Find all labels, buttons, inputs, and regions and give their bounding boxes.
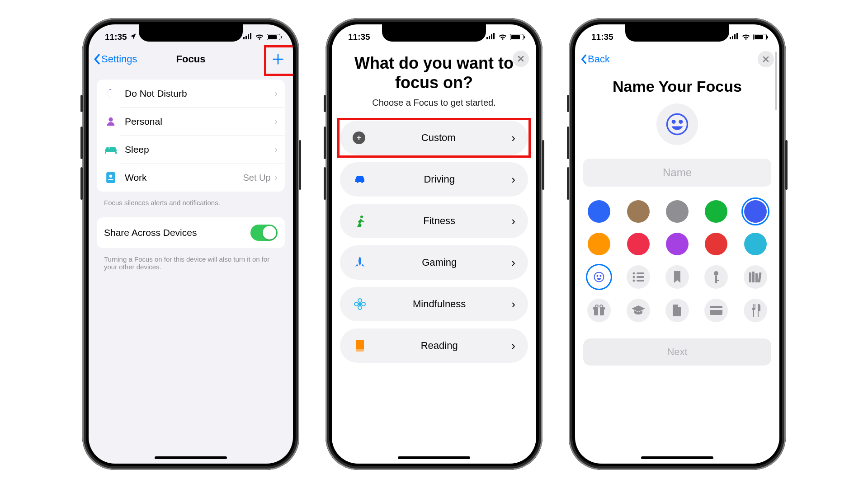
phone-frame-2: 11:35 What do you want to focus on? Choo…: [326, 18, 542, 470]
svg-rect-54: [710, 308, 722, 310]
battery-icon: [267, 34, 280, 40]
wifi-icon: [498, 33, 507, 42]
scroll-indicator[interactable]: [775, 52, 777, 110]
back-button[interactable]: Settings: [93, 53, 137, 65]
chevron-right-icon: ›: [511, 214, 515, 228]
home-indicator[interactable]: [155, 456, 227, 459]
color-gray[interactable]: [666, 200, 689, 223]
back-button[interactable]: Back: [580, 53, 610, 65]
icon-key[interactable]: [704, 265, 728, 289]
icon-library[interactable]: [744, 265, 767, 289]
svg-rect-42: [715, 276, 717, 283]
icon-utensils[interactable]: [744, 299, 767, 322]
color-indigo[interactable]: [744, 200, 767, 223]
color-green[interactable]: [705, 200, 727, 223]
svg-point-52: [600, 305, 603, 308]
svg-point-19: [358, 299, 362, 302]
color-orange[interactable]: [588, 233, 610, 255]
selected-icon-preview[interactable]: [656, 103, 698, 145]
focus-footnote: Focus silences alerts and notifications.: [97, 196, 285, 217]
chevron-right-icon: ›: [511, 297, 515, 311]
svg-point-32: [594, 272, 604, 282]
icon-smile[interactable]: [587, 265, 611, 289]
svg-rect-50: [598, 307, 600, 315]
svg-rect-26: [732, 36, 733, 39]
color-icon-palette: [575, 200, 779, 322]
color-red[interactable]: [627, 233, 650, 255]
svg-point-18: [359, 303, 361, 305]
home-indicator[interactable]: [641, 456, 713, 459]
svg-rect-43: [715, 280, 719, 281]
icon-bookmark[interactable]: [665, 265, 689, 289]
bed-icon: [104, 143, 118, 156]
cell-signal-icon: [243, 33, 252, 41]
option-reading[interactable]: Reading ›: [340, 328, 528, 363]
svg-point-33: [597, 276, 598, 277]
next-button[interactable]: Next: [583, 338, 771, 366]
option-mindfulness[interactable]: Mindfulness ›: [340, 287, 528, 321]
svg-rect-38: [637, 276, 644, 278]
focus-item-dnd[interactable]: Do Not Disturb ›: [97, 80, 285, 108]
icon-file[interactable]: [665, 299, 689, 322]
share-toggle[interactable]: [250, 225, 278, 241]
svg-rect-24: [356, 349, 364, 352]
focus-list: Do Not Disturb › Personal › Sleep ›: [97, 80, 285, 192]
runner-icon: [353, 215, 367, 227]
svg-point-4: [108, 117, 113, 122]
phone-frame-1: 11:35 Settings Focus: [82, 18, 299, 470]
svg-point-51: [595, 305, 598, 308]
svg-rect-45: [752, 272, 755, 282]
color-purple[interactable]: [666, 233, 689, 255]
svg-rect-28: [736, 33, 738, 39]
chevron-right-icon: ›: [274, 88, 278, 99]
focus-item-personal[interactable]: Personal ›: [97, 108, 285, 136]
svg-point-8: [106, 147, 109, 150]
cell-signal-icon: [486, 33, 495, 41]
svg-point-22: [362, 302, 365, 306]
option-gaming[interactable]: Gaming ›: [340, 245, 528, 280]
icon-gradcap[interactable]: [627, 299, 650, 322]
svg-rect-53: [710, 306, 722, 315]
svg-point-39: [632, 280, 635, 282]
svg-point-34: [600, 276, 601, 277]
screen-focus-settings: 11:35 Settings Focus: [89, 24, 293, 464]
nav-bar: Settings Focus: [89, 46, 293, 72]
option-fitness[interactable]: Fitness ›: [340, 204, 528, 238]
option-driving[interactable]: Driving ›: [340, 162, 528, 197]
icon-list[interactable]: [627, 265, 650, 289]
share-across-devices-row[interactable]: Share Across Devices: [97, 217, 285, 248]
badge-icon: [104, 171, 118, 184]
svg-point-11: [109, 174, 113, 178]
color-blue[interactable]: [588, 200, 610, 223]
svg-rect-9: [109, 147, 116, 150]
home-indicator[interactable]: [398, 456, 470, 459]
setup-label: Set Up: [243, 173, 271, 183]
location-icon: [130, 32, 137, 42]
svg-rect-36: [637, 272, 644, 274]
svg-rect-40: [637, 280, 644, 282]
battery-icon: [510, 34, 524, 40]
color-teal[interactable]: [744, 233, 767, 255]
wifi-icon: [741, 33, 750, 42]
focus-item-work[interactable]: Work Set Up ›: [97, 164, 285, 192]
focus-item-sleep[interactable]: Sleep ›: [97, 136, 285, 164]
phone-frame-3: 11:35 Back Name Your Focus: [569, 18, 786, 470]
svg-rect-0: [243, 37, 245, 39]
focus-name-input[interactable]: Name: [583, 159, 771, 187]
name-heading: Name Your Focus: [575, 72, 779, 103]
icon-card[interactable]: [704, 299, 728, 322]
status-time: 11:35: [105, 32, 127, 42]
chevron-right-icon: ›: [511, 339, 515, 353]
svg-rect-6: [105, 152, 106, 154]
svg-point-20: [358, 306, 362, 310]
flower-icon: [353, 298, 367, 310]
svg-rect-25: [730, 37, 731, 39]
chevron-right-icon: ›: [274, 144, 278, 155]
color-brown[interactable]: [627, 200, 650, 223]
svg-rect-13: [486, 37, 488, 39]
close-button[interactable]: [513, 51, 529, 67]
chevron-right-icon: ›: [274, 116, 278, 127]
icon-gift[interactable]: [587, 299, 611, 322]
close-button[interactable]: [758, 51, 774, 67]
color-crimson[interactable]: [705, 233, 727, 255]
